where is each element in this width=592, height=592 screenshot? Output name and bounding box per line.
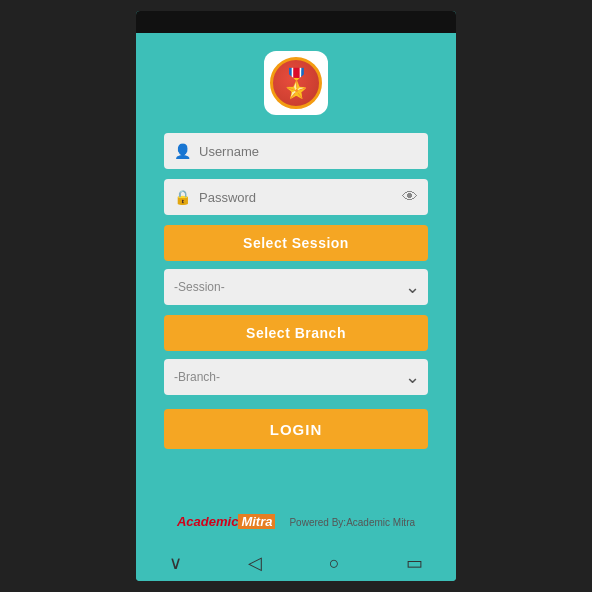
main-content: 🎖️ 👤 🔒 👁 Select Session -Session- ⌄ Sele… [136, 33, 456, 545]
login-button[interactable]: LOGIN [164, 409, 428, 449]
navigation-bar: ∨ ◁ ○ ▭ [136, 545, 456, 581]
nav-back-icon[interactable]: ◁ [248, 552, 262, 574]
brand-academic-text: Academic [177, 514, 238, 529]
user-icon: 👤 [174, 143, 191, 159]
phone-container: 🎖️ 👤 🔒 👁 Select Session -Session- ⌄ Sele… [136, 11, 456, 581]
eye-icon[interactable]: 👁 [402, 188, 418, 206]
logo-wrapper: 🎖️ [264, 51, 328, 115]
brand-logo: Academic Mitra [177, 514, 275, 529]
session-select-group: -Session- ⌄ [164, 269, 428, 305]
select-branch-button[interactable]: Select Branch [164, 315, 428, 351]
nav-recent-icon[interactable]: ▭ [406, 552, 423, 574]
password-input[interactable] [199, 190, 402, 205]
nav-down-icon[interactable]: ∨ [169, 552, 182, 574]
select-session-button[interactable]: Select Session [164, 225, 428, 261]
username-input[interactable] [199, 144, 418, 159]
footer: Academic Mitra Powered By:Academic Mitra [164, 514, 428, 535]
brand-mitra-text: Mitra [238, 514, 275, 529]
branch-select-group: -Branch- ⌄ [164, 359, 428, 395]
logo-icon: 🎖️ [279, 67, 314, 100]
lock-icon: 🔒 [174, 189, 191, 205]
username-input-group: 👤 [164, 133, 428, 169]
password-input-group: 🔒 👁 [164, 179, 428, 215]
app-logo: 🎖️ [270, 57, 322, 109]
session-select[interactable]: -Session- [174, 280, 418, 294]
status-bar [136, 11, 456, 33]
nav-home-icon[interactable]: ○ [329, 553, 340, 574]
branch-select[interactable]: -Branch- [174, 370, 418, 384]
powered-by-text: Powered By:Academic Mitra [289, 517, 415, 528]
